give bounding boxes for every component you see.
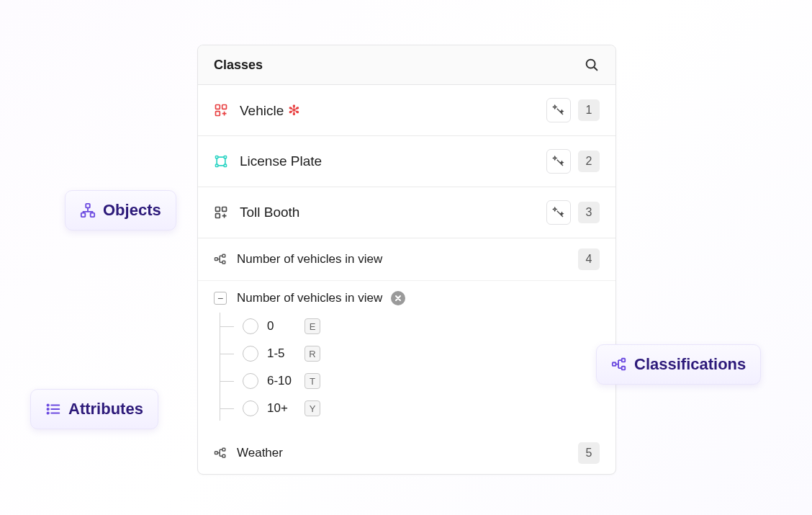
svg-rect-10 — [222, 207, 227, 212]
tree-header: − Number of vehicles in view — [214, 287, 600, 313]
svg-rect-2 — [216, 105, 220, 109]
search-icon[interactable] — [584, 57, 600, 73]
magic-wand-button[interactable] — [546, 149, 571, 174]
hotkey-chip: 4 — [578, 248, 600, 270]
classification-tree-icon — [214, 447, 227, 460]
svg-rect-4 — [216, 112, 220, 116]
class-label: Vehicle✻ — [240, 102, 546, 119]
pill-label: Objects — [103, 201, 161, 220]
pill-label: Classifications — [634, 355, 746, 374]
hotkey-chip: R — [304, 346, 320, 362]
svg-point-21 — [48, 404, 49, 406]
class-row-toll-booth[interactable]: Toll Booth 3 — [198, 187, 615, 238]
radio-circle-icon[interactable] — [243, 318, 258, 334]
hotkey-chip: 5 — [578, 442, 600, 464]
classification-row[interactable]: Weather 5 — [198, 432, 615, 474]
classifications-pill[interactable]: Classifications — [596, 344, 761, 385]
magic-wand-button[interactable] — [546, 200, 571, 225]
grid-plus-icon — [214, 205, 228, 220]
hierarchy-icon — [80, 202, 96, 218]
radio-circle-icon[interactable] — [243, 400, 258, 416]
svg-rect-20 — [91, 213, 95, 218]
classification-label: Weather — [237, 446, 578, 460]
radio-option[interactable]: 0 E — [220, 313, 600, 340]
svg-point-23 — [48, 412, 49, 413]
list-icon — [45, 401, 61, 417]
svg-rect-3 — [222, 105, 227, 109]
radio-option[interactable]: 6-10 T — [220, 367, 600, 395]
classification-tree-icon — [214, 253, 227, 266]
svg-rect-13 — [222, 254, 225, 257]
svg-rect-5 — [216, 156, 218, 158]
svg-rect-12 — [215, 258, 218, 261]
class-row-license-plate[interactable]: License Plate 2 — [198, 136, 615, 187]
tree-header-label: Number of vehicles in view — [237, 291, 382, 305]
hotkey-chip: 3 — [578, 202, 600, 223]
tree-options: 0 E 1-5 R 6-10 T 10+ Y — [214, 313, 600, 422]
hotkey-chip: E — [304, 318, 320, 334]
hotkey-chip: 2 — [578, 151, 600, 172]
svg-rect-18 — [86, 204, 90, 208]
panel-title: Classes — [214, 58, 263, 73]
pill-label: Attributes — [68, 400, 143, 418]
classification-tree: − Number of vehicles in view 0 E 1-5 R — [198, 281, 615, 432]
class-row-vehicle[interactable]: Vehicle✻ 1 — [198, 85, 615, 136]
radio-option[interactable]: 10+ Y — [220, 395, 600, 422]
attributes-pill[interactable]: Attributes — [30, 389, 158, 429]
svg-rect-17 — [222, 454, 225, 457]
svg-rect-7 — [216, 164, 218, 166]
collapse-toggle[interactable]: − — [214, 292, 227, 305]
classification-tree-icon — [611, 357, 627, 372]
radio-option[interactable]: 1-5 R — [220, 340, 600, 367]
svg-rect-24 — [613, 362, 616, 366]
svg-rect-26 — [622, 367, 626, 370]
required-star-icon: ✻ — [288, 102, 300, 118]
svg-rect-25 — [622, 359, 626, 362]
class-label: Toll Booth — [240, 205, 546, 220]
objects-pill[interactable]: Objects — [65, 190, 176, 230]
svg-rect-9 — [216, 207, 220, 212]
classification-row[interactable]: Number of vehicles in view 4 — [198, 238, 615, 281]
class-label: License Plate — [240, 153, 546, 169]
hotkey-chip: 1 — [578, 99, 600, 121]
classification-label: Number of vehicles in view — [237, 252, 578, 267]
svg-rect-6 — [224, 156, 226, 158]
svg-line-1 — [594, 67, 597, 70]
grid-plus-icon — [214, 103, 228, 117]
svg-rect-19 — [81, 213, 86, 218]
hotkey-chip: Y — [304, 400, 320, 416]
svg-rect-8 — [224, 164, 226, 166]
magic-wand-button[interactable] — [546, 98, 571, 122]
svg-point-22 — [48, 408, 49, 410]
radio-circle-icon[interactable] — [243, 346, 258, 362]
svg-rect-14 — [222, 261, 225, 264]
svg-rect-15 — [215, 452, 218, 454]
classes-panel: Classes Vehicle✻ 1 — [197, 45, 616, 475]
clear-icon[interactable] — [391, 291, 405, 305]
hotkey-chip: T — [304, 373, 320, 389]
bounding-box-icon — [214, 154, 228, 169]
radio-circle-icon[interactable] — [243, 373, 258, 389]
svg-rect-11 — [216, 214, 220, 218]
panel-header: Classes — [198, 45, 615, 85]
svg-rect-16 — [222, 448, 225, 451]
